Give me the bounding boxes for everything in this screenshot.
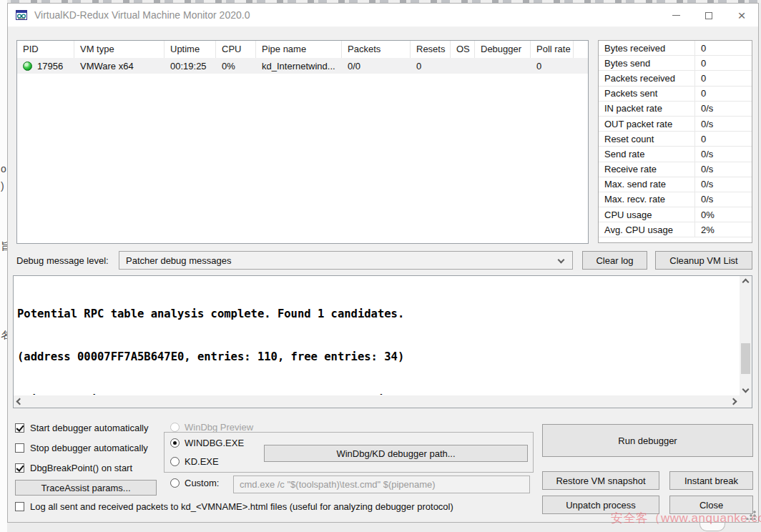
chevron-down-icon — [742, 386, 750, 393]
scroll-up-button[interactable] — [740, 276, 752, 288]
column-header-packets[interactable]: Packets — [342, 41, 411, 58]
column-header-resets[interactable]: Resets — [411, 41, 451, 58]
vm-pipe-name-cell: kd_Internetwind... — [256, 58, 342, 74]
clear-log-button[interactable]: Clear log — [582, 251, 647, 270]
scroll-left-button[interactable] — [14, 395, 26, 408]
close-button[interactable]: × — [725, 4, 758, 27]
vertical-scrollbar-thumb[interactable] — [741, 343, 750, 374]
title-bar[interactable]: VirtualKD-Redux Virtual Machine Monitor … — [8, 4, 758, 27]
checkbox-label: Log all sent and received packets to kd_… — [30, 501, 453, 512]
vertical-scrollbar[interactable] — [740, 276, 752, 395]
vm-poll-rate-cell: 0 — [531, 58, 574, 74]
column-header-pipe-name[interactable]: Pipe name — [256, 41, 342, 58]
run-debugger-button[interactable]: Run debugger — [542, 424, 753, 457]
log-line: Using RPC dispatcher table at 0x7FF7A5B6… — [17, 393, 735, 395]
stat-row: Bytes send0 — [599, 56, 752, 71]
stat-row: Avg. CPU usage2% — [599, 222, 752, 237]
stat-label: Receive rate — [599, 162, 694, 177]
stat-label: OUT packet rate — [599, 117, 694, 131]
checkbox-log-all-packets[interactable]: Log all sent and received packets to kd_… — [15, 501, 453, 512]
vm-list: PID VM type Uptime CPU Pipe name Packets… — [16, 40, 589, 244]
radio-label: WINDBG.EXE — [185, 438, 244, 448]
stat-label: Avg. CPU usage — [599, 222, 694, 237]
stat-value: 0/s — [694, 162, 752, 177]
radio-selected-icon — [170, 438, 180, 448]
vm-row[interactable]: 17956 VMWare x64 00:19:25 0% kd_Internet… — [17, 58, 588, 74]
scrollbar-corner — [740, 395, 752, 408]
radio-windbg-preview[interactable]: WinDbg Preview — [170, 422, 253, 433]
stat-label: Max. send rate — [599, 177, 694, 192]
radio-unselected-icon — [170, 423, 180, 432]
radio-custom[interactable]: Custom: — [170, 478, 219, 488]
resize-grip[interactable] — [746, 510, 756, 520]
chevron-left-icon — [16, 398, 24, 405]
maximize-icon — [705, 12, 712, 19]
checkbox-checked-icon — [15, 463, 24, 473]
stat-value: 0% — [694, 207, 752, 222]
stat-label: Send rate — [599, 147, 694, 161]
horizontal-scrollbar[interactable] — [14, 395, 740, 408]
trace-assist-params-button[interactable]: TraceAssist params... — [15, 480, 157, 496]
scroll-right-button[interactable] — [727, 395, 740, 408]
stat-row: Max. send rate0/s — [599, 177, 752, 192]
column-header-cpu[interactable]: CPU — [216, 41, 256, 58]
cleanup-vm-list-button[interactable]: Cleanup VM List — [655, 251, 752, 270]
stat-row: Send rate0/s — [599, 147, 752, 162]
stat-value: 0 — [694, 41, 752, 55]
radio-kd-exe[interactable]: KD.EXE — [170, 456, 219, 467]
checkbox-checked-icon — [15, 423, 24, 433]
checkbox-label: Start debugger automatically — [30, 423, 148, 433]
checkbox-unchecked-icon — [15, 502, 24, 511]
column-header-vm-type[interactable]: VM type — [74, 41, 165, 58]
stat-row: Max. recv. rate0/s — [599, 192, 752, 207]
column-header-debugger[interactable]: Debugger — [475, 41, 531, 58]
windbg-kd-debugger-path-button[interactable]: WinDbg/KD debugger path... — [264, 445, 528, 462]
column-header-poll-rate[interactable]: Poll rate — [531, 41, 574, 58]
radio-windbg-exe[interactable]: WINDBG.EXE — [170, 438, 244, 448]
stat-row: OUT packet rate0/s — [599, 117, 752, 132]
background-cutoff-glyph: 名 — [1, 329, 7, 342]
radio-label: Custom: — [185, 478, 219, 488]
stat-label: CPU usage — [599, 207, 694, 222]
custom-command-input[interactable] — [233, 476, 530, 493]
background-cutoff-glyph: 旨 — [1, 240, 7, 253]
debug-level-combobox[interactable]: Patcher debug messages — [119, 251, 573, 270]
scroll-down-button[interactable] — [740, 383, 752, 395]
vm-packets-cell: 0/0 — [342, 58, 411, 74]
column-header-os[interactable]: OS — [451, 41, 475, 58]
stats-panel: Bytes received0 Bytes send0 Packets rece… — [598, 40, 752, 243]
vm-type-cell: VMWare x64 — [74, 58, 165, 74]
radio-unselected-icon — [170, 457, 180, 466]
stat-value: 0/s — [694, 102, 752, 116]
instant-break-button[interactable]: Instant break — [669, 471, 753, 490]
column-header-pid[interactable]: PID — [17, 41, 74, 58]
vm-resets-cell: 0 — [411, 58, 451, 74]
stat-row: Bytes received0 — [599, 41, 752, 56]
stat-value: 0 — [694, 56, 752, 70]
background-left-strip: o ) 旨 名 — [0, 0, 7, 532]
stat-row: Reset count0 — [599, 132, 752, 147]
checkbox-stop-debugger-automatically[interactable]: Stop debugger automatically — [15, 443, 148, 453]
restore-vm-snapshot-button[interactable]: Restore VM snapshot — [542, 471, 659, 490]
column-header-uptime[interactable]: Uptime — [165, 41, 216, 58]
log-output[interactable]: Potential RPC table analysis complete. F… — [14, 276, 739, 395]
checkbox-dbgbreakpoint-on-start[interactable]: DbgBreakPoint() on start — [15, 463, 132, 473]
stat-label: Packets received — [599, 71, 694, 85]
radio-label: KD.EXE — [185, 456, 219, 467]
stat-label: Bytes received — [599, 41, 694, 55]
maximize-button[interactable] — [692, 4, 725, 27]
background-cutoff-glyph: o — [1, 163, 6, 174]
checkbox-start-debugger-automatically[interactable]: Start debugger automatically — [15, 423, 148, 433]
log-line: (address 00007FF7A5B647E0, entries: 110,… — [17, 350, 735, 364]
checkbox-unchecked-icon — [15, 443, 24, 453]
minimize-button[interactable] — [659, 4, 692, 27]
vm-pid: 17956 — [37, 61, 63, 72]
log-line: Potential RPC table analysis complete. F… — [17, 307, 735, 321]
radio-label: WinDbg Preview — [185, 422, 253, 433]
window-controls: × — [659, 4, 758, 27]
vm-os-cell — [451, 58, 475, 74]
vm-cpu-cell: 0% — [216, 58, 256, 74]
chevron-up-icon — [742, 279, 750, 286]
stat-label: Bytes send — [599, 56, 694, 70]
stat-label: IN packet rate — [599, 102, 694, 116]
